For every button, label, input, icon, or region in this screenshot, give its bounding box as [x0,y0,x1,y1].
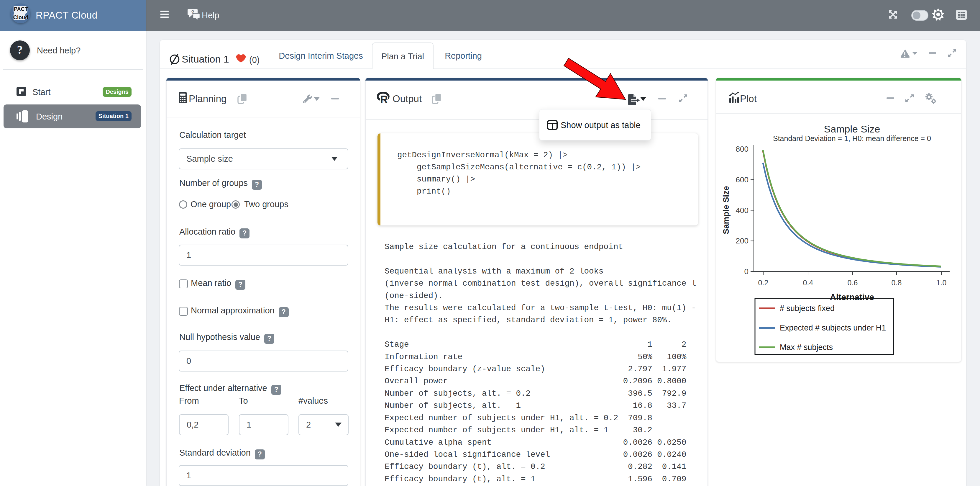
svg-text:600: 600 [736,175,748,184]
svg-text:Sample Size: Sample Size [721,186,730,234]
svg-text:0.8: 0.8 [891,279,902,287]
svg-text:R: R [380,94,388,104]
svg-text:400: 400 [736,206,748,215]
svg-text:1.0: 1.0 [936,279,947,287]
svg-text:PACT: PACT [14,6,28,12]
svg-text:0.2: 0.2 [758,279,768,287]
svg-text:Standard Deviation = 1, H0: me: Standard Deviation = 1, H0: mean differe… [773,134,931,142]
svg-text:0.4: 0.4 [803,279,813,287]
svg-text:200: 200 [736,236,748,245]
svg-text:Sample Size: Sample Size [824,123,880,135]
svg-text:# subjects fixed: # subjects fixed [780,304,835,313]
svg-text:Max # subjects: Max # subjects [780,343,833,352]
svg-text:0.6: 0.6 [848,279,858,287]
svg-text:Cloud: Cloud [13,14,28,20]
svg-text:800: 800 [736,145,748,153]
svg-text:Expected # subjects under H1: Expected # subjects under H1 [780,323,886,332]
svg-text:0: 0 [745,267,748,276]
svg-text:Alternative: Alternative [830,292,874,302]
